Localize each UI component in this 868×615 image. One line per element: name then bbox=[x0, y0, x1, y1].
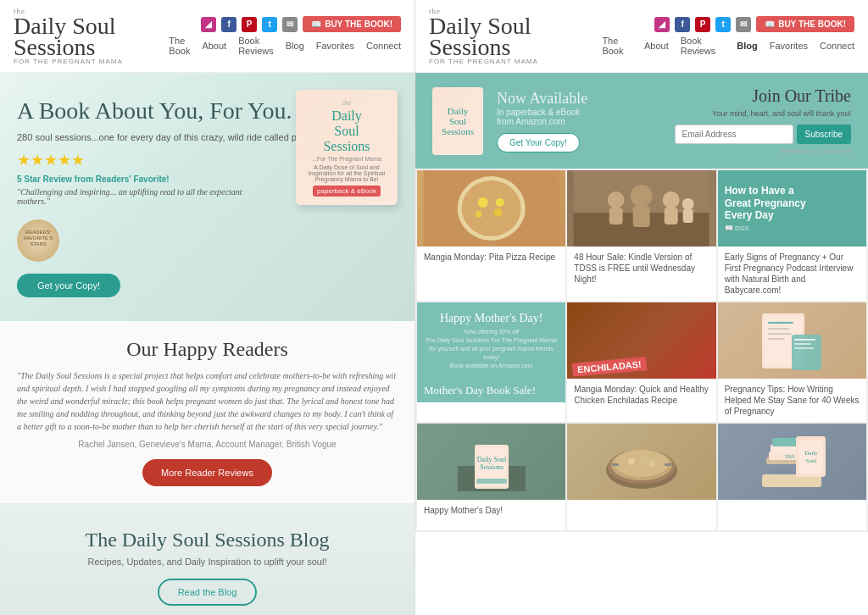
hero-section: A Book About You, For You. 280 soul sess… bbox=[0, 73, 415, 321]
logo-subtitle: FOR THE PREGNANT MAMA bbox=[14, 58, 123, 65]
newsletter-available: Now Available bbox=[497, 90, 661, 108]
buy-book-button[interactable]: 📖 BUY THE BOOK! bbox=[303, 16, 401, 32]
blog-card-7-caption: Happy Mother's Day! bbox=[417, 500, 565, 530]
nav-blog[interactable]: Blog bbox=[286, 41, 304, 51]
right-nav-blog[interactable]: Blog bbox=[737, 41, 757, 51]
right-email-icon[interactable]: ✉ bbox=[736, 17, 751, 32]
svg-point-37 bbox=[628, 458, 635, 465]
blog-card-6[interactable]: Pregnancy Tips: How Writing Helped Me St… bbox=[718, 302, 866, 422]
blog-card-1-image bbox=[417, 170, 565, 247]
instagram-icon[interactable]: ◢ bbox=[201, 17, 216, 32]
svg-text:Sessions: Sessions bbox=[480, 463, 504, 471]
svg-point-39 bbox=[648, 460, 655, 467]
blog-card-2[interactable]: 48 Hour Sale: Kindle Version of TDSS is … bbox=[567, 170, 715, 301]
svg-point-15 bbox=[682, 198, 694, 210]
right-nav-book-reviews[interactable]: Book Reviews bbox=[681, 36, 726, 56]
nav-book-reviews[interactable]: Book Reviews bbox=[238, 36, 274, 56]
right-buy-book-button[interactable]: 📖 BUY THE BOOK! bbox=[756, 16, 854, 32]
right-social-icons: ◢ f P t ✉ bbox=[654, 17, 751, 32]
blog-card-8-caption bbox=[567, 500, 715, 530]
twitter-icon[interactable]: t bbox=[262, 17, 277, 32]
right-nav-favorites[interactable]: Favorites bbox=[770, 41, 808, 51]
right-pinterest-icon[interactable]: P bbox=[695, 17, 710, 32]
svg-text:Soul: Soul bbox=[806, 457, 817, 464]
svg-rect-24 bbox=[794, 339, 815, 341]
readers-title: Our Happy Readers bbox=[17, 338, 398, 361]
svg-rect-40 bbox=[612, 463, 619, 466]
svg-point-9 bbox=[608, 191, 625, 208]
blog-grid: Mangia Monday: Pita Pizza Recipe bbox=[415, 169, 868, 532]
blog-card-4[interactable]: Happy Mother's Day! Now offering 20% off… bbox=[417, 302, 565, 422]
right-facebook-icon[interactable]: f bbox=[675, 17, 690, 32]
right-panel: the Daily Soul Sessions FOR THE PREGNANT… bbox=[415, 0, 868, 615]
blog-card-9-caption bbox=[718, 500, 866, 530]
blog-card-1-caption: Mangia Monday: Pita Pizza Recipe bbox=[417, 247, 565, 277]
newsletter-text: Now Available In paperback & eBookfrom A… bbox=[497, 90, 661, 152]
nav-the-book[interactable]: The Book bbox=[169, 36, 190, 56]
more-reviews-button[interactable]: More Reader Reviews bbox=[142, 459, 272, 486]
svg-rect-16 bbox=[683, 209, 693, 223]
blog-card-7[interactable]: Daily Soul Sessions Happy Mother's Day! bbox=[417, 424, 565, 530]
award-area: READERS' FAVORITE 5 STARS bbox=[17, 213, 398, 262]
blog-card-5[interactable]: ENCHILADAS! Mangia Monday: Quick and Hea… bbox=[567, 302, 715, 422]
enchilada-label: ENCHILADAS! bbox=[572, 357, 648, 378]
svg-point-6 bbox=[496, 198, 504, 207]
email-icon[interactable]: ✉ bbox=[282, 17, 298, 32]
award-badge: READERS' FAVORITE 5 STARS bbox=[17, 219, 59, 262]
book-cover: the DailySoulSessions ...For The Pregnan… bbox=[296, 90, 398, 205]
blog-promo-subtitle: Recipes, Updates, and Daily Inspiration … bbox=[17, 557, 398, 567]
right-logo: the Daily Soul Sessions FOR THE PREGNANT… bbox=[429, 7, 602, 65]
pinterest-icon[interactable]: P bbox=[242, 17, 257, 32]
blog-card-8-image bbox=[567, 424, 715, 500]
svg-rect-14 bbox=[665, 208, 678, 224]
facebook-icon[interactable]: f bbox=[221, 17, 236, 32]
email-row: Subscribe bbox=[675, 125, 851, 144]
blog-card-1[interactable]: Mangia Monday: Pita Pizza Recipe bbox=[417, 170, 565, 301]
blog-card-3-sub: 📖 DSS bbox=[725, 224, 860, 232]
convertkit-text: Powered by ConvertKit bbox=[782, 147, 851, 155]
svg-text:Daily: Daily bbox=[805, 450, 819, 457]
right-nav-the-book[interactable]: The Book bbox=[602, 36, 632, 56]
right-book-icon: 📖 bbox=[765, 19, 775, 29]
email-input[interactable] bbox=[675, 125, 793, 144]
svg-rect-20 bbox=[768, 328, 789, 330]
blog-card-3[interactable]: How to Have aGreat PregnancyEvery Day 📖 … bbox=[718, 170, 866, 301]
right-header: the Daily Soul Sessions FOR THE PREGNANT… bbox=[415, 0, 868, 73]
blog-card-2-image bbox=[567, 170, 715, 247]
get-copy-button[interactable]: Get Your Copy! bbox=[497, 133, 580, 152]
readers-section: Our Happy Readers "The Daily Soul Sessio… bbox=[0, 321, 415, 503]
join-sub-text: Your mind, heart, and soul will thank yo… bbox=[712, 109, 851, 118]
nav-favorites[interactable]: Favorites bbox=[316, 41, 354, 51]
nav-connect[interactable]: Connect bbox=[366, 41, 401, 51]
book-subtitle-text: ...For The Pregnant Mama bbox=[304, 156, 389, 162]
book-title: DailySoulSessions bbox=[304, 108, 389, 153]
nav: The Book About Book Reviews Blog Favorit… bbox=[169, 36, 401, 56]
blog-card-5-image: ENCHILADAS! bbox=[567, 302, 715, 379]
svg-rect-22 bbox=[768, 338, 785, 340]
subscribe-button[interactable]: Subscribe bbox=[797, 125, 851, 144]
right-nav-about[interactable]: About bbox=[644, 41, 669, 51]
svg-point-38 bbox=[639, 456, 648, 464]
right-instagram-icon[interactable]: ◢ bbox=[654, 17, 670, 32]
blog-card-2-caption: 48 Hour Sale: Kindle Version of TDSS is … bbox=[567, 247, 715, 290]
right-logo-subtitle: FOR THE PREGNANT MAMA bbox=[429, 58, 538, 65]
svg-text:DSS: DSS bbox=[786, 454, 795, 459]
left-panel: the Daily Soul Sessions FOR THE PREGNANT… bbox=[0, 0, 415, 615]
book-desc: A Daily Dose of Soul and Inspiration for… bbox=[304, 164, 389, 182]
blog-card-8[interactable] bbox=[567, 424, 715, 530]
nav-about[interactable]: About bbox=[202, 41, 226, 51]
right-nav-connect[interactable]: Connect bbox=[820, 41, 854, 51]
blog-card-3-caption: Early Signs of Pregnancy + Our First Pre… bbox=[718, 247, 866, 301]
right-twitter-icon[interactable]: t bbox=[715, 17, 731, 32]
mothers-day-title: Happy Mother's Day! bbox=[440, 312, 543, 325]
readers-quote: "The Daily Soul Sessions is a special pr… bbox=[17, 369, 398, 433]
blog-card-9[interactable]: DSS Daily Soul bbox=[718, 424, 866, 530]
svg-point-3 bbox=[478, 197, 488, 208]
header-top-row: ◢ f P t ✉ 📖 BUY THE BOOK! bbox=[201, 16, 401, 32]
mothers-day-sub: Now offering 20% offThe Daily Soul Sessi… bbox=[424, 328, 559, 369]
newsletter-desc: In paperback & eBookfrom Amazon.com bbox=[497, 108, 661, 126]
social-icons: ◢ f P t ✉ bbox=[201, 17, 298, 32]
right-nav: The Book About Book Reviews Blog Favorit… bbox=[602, 36, 854, 56]
hero-cta-button[interactable]: Get your Copy! bbox=[17, 274, 120, 297]
read-blog-button[interactable]: Read the Blog bbox=[158, 579, 258, 606]
